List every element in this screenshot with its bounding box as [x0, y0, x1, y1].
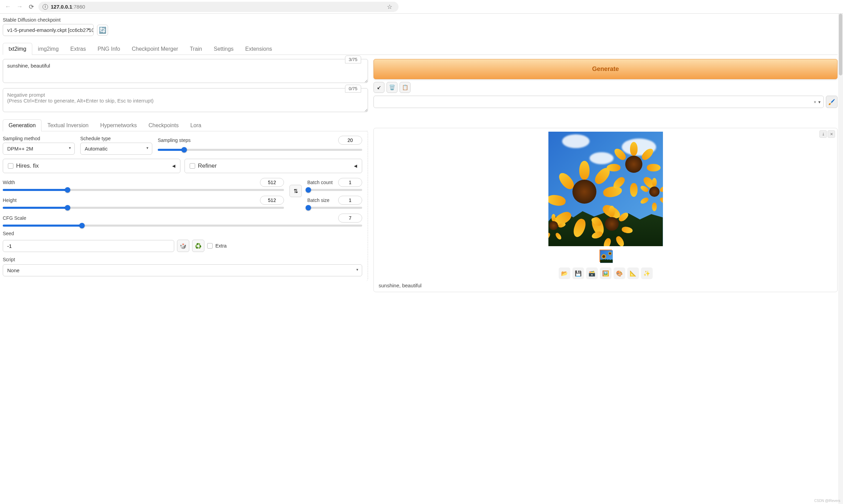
checkpoint-select[interactable]: v1-5-pruned-emaonly.ckpt [cc6cb27103 [3, 24, 94, 36]
sampling-steps-slider[interactable] [158, 149, 362, 151]
url-host: 127.0.0.1 [51, 4, 72, 10]
batch-count-label: Batch count [307, 180, 333, 185]
seed-label: Seed [3, 231, 14, 236]
tab-pnginfo[interactable]: PNG Info [92, 43, 126, 55]
tab-train[interactable]: Train [184, 43, 208, 55]
batch-count-input[interactable] [338, 178, 362, 187]
batch-count-slider[interactable] [307, 189, 362, 191]
clear-button[interactable]: 🗑️ [387, 82, 397, 93]
script-select[interactable]: None [3, 264, 362, 276]
main-tabs: txt2img img2img Extras PNG Info Checkpoi… [3, 43, 838, 55]
url-bar[interactable]: i 127.0.0.1:7860 ☆ [38, 2, 399, 12]
prompt-token-counter: 3/75 [345, 56, 361, 63]
seed-input[interactable] [3, 240, 174, 252]
output-image[interactable] [548, 132, 663, 246]
site-info-icon[interactable]: i [43, 4, 48, 10]
nav-reload-button[interactable]: ⟳ [27, 2, 36, 11]
seed-extra-label: Extra [215, 243, 227, 249]
neg-prompt-token-counter: 0/75 [345, 85, 361, 93]
output-panel: ⤓ ✕ [373, 128, 838, 292]
output-thumbnails [599, 250, 612, 262]
styles-select[interactable]: × ▾ [373, 96, 824, 108]
download-icon[interactable]: ⤓ [819, 130, 827, 138]
output-caption: sunshine, beautiful [377, 283, 422, 288]
paste-button[interactable]: 📋 [400, 82, 411, 93]
send-img2img-button[interactable]: 🖼️ [600, 267, 612, 279]
sampling-method-value: DPM++ 2M [7, 146, 33, 152]
checkpoint-section: Stable Diffusion checkpoint v1-5-pruned-… [3, 17, 838, 36]
cfg-slider[interactable] [3, 225, 362, 227]
width-slider[interactable] [3, 189, 284, 191]
chevron-down-icon: ▾ [818, 99, 821, 105]
subtab-textual-inversion[interactable]: Textual Inversion [41, 119, 94, 131]
checkpoint-refresh-button[interactable]: 🔄 [97, 25, 108, 36]
open-folder-button[interactable]: 📂 [559, 267, 570, 279]
sampling-method-select[interactable]: DPM++ 2M [3, 143, 75, 155]
generation-panel: Sampling method DPM++ 2M Schedule type A… [3, 131, 368, 281]
nav-back-button[interactable]: ← [3, 2, 12, 11]
enqueue-button[interactable]: ↙ [373, 82, 384, 93]
checkpoint-label: Stable Diffusion checkpoint [3, 17, 838, 23]
cfg-label: CFG Scale [3, 215, 26, 221]
output-thumbnail[interactable] [599, 250, 612, 262]
refiner-label: Refiner [198, 163, 217, 169]
styles-edit-button[interactable]: 🖌️ [826, 96, 838, 108]
subtab-checkpoints[interactable]: Checkpoints [143, 119, 185, 131]
prompt-container: 3/75 [3, 59, 368, 84]
seed-random-button[interactable]: 🎲 [177, 240, 189, 252]
swap-dimensions-button[interactable]: ⇅ [289, 185, 302, 197]
generate-button[interactable]: Generate [373, 59, 838, 79]
hires-fix-label: Hires. fix [16, 163, 39, 169]
tab-img2img[interactable]: img2img [32, 43, 64, 55]
chevron-left-icon: ◀ [354, 164, 357, 168]
cfg-input[interactable] [338, 214, 362, 223]
sampling-method-label: Sampling method [3, 136, 75, 141]
tab-extras[interactable]: Extras [64, 43, 92, 55]
browser-toolbar: ← → ⟳ i 127.0.0.1:7860 ☆ [0, 0, 843, 14]
checkpoint-value: v1-5-pruned-emaonly.ckpt [cc6cb27103 [7, 27, 94, 33]
chevron-left-icon: ◀ [172, 164, 175, 168]
save-zip-button[interactable]: 🗃️ [586, 267, 598, 279]
send-inpaint-button[interactable]: 🎨 [614, 267, 625, 279]
styles-clear-icon[interactable]: × [814, 99, 816, 105]
script-label: Script [3, 257, 15, 262]
seed-extra-checkbox[interactable] [207, 243, 213, 249]
width-label: Width [3, 180, 15, 185]
refiner-toggle[interactable]: Refiner ◀ [185, 159, 362, 173]
tab-checkpoint-merger[interactable]: Checkpoint Merger [126, 43, 184, 55]
width-input[interactable] [260, 178, 284, 187]
batch-size-label: Batch size [307, 197, 330, 203]
sampling-steps-input[interactable] [338, 136, 362, 145]
schedule-type-label: Schedule type [80, 136, 152, 141]
hires-fix-checkbox[interactable] [8, 163, 13, 169]
tab-settings[interactable]: Settings [208, 43, 239, 55]
sampling-steps-label: Sampling steps [158, 137, 191, 143]
schedule-type-select[interactable]: Automatic [80, 143, 152, 155]
tab-extensions[interactable]: Extensions [239, 43, 278, 55]
prompt-input[interactable] [3, 59, 368, 83]
subtab-lora[interactable]: Lora [185, 119, 207, 131]
batch-size-slider[interactable] [307, 207, 362, 209]
height-slider[interactable] [3, 207, 284, 209]
height-input[interactable] [260, 196, 284, 205]
subtab-generation[interactable]: Generation [3, 119, 41, 131]
url-text: 127.0.0.1:7860 [51, 4, 85, 10]
seed-reuse-button[interactable]: ♻️ [192, 240, 204, 252]
subtab-hypernetworks[interactable]: Hypernetworks [94, 119, 143, 131]
url-port: :7860 [72, 4, 85, 10]
close-icon[interactable]: ✕ [828, 130, 835, 138]
refiner-checkbox[interactable] [190, 163, 195, 169]
tab-txt2img[interactable]: txt2img [3, 43, 32, 55]
upscale-button[interactable]: ✨ [641, 267, 653, 279]
hires-fix-toggle[interactable]: Hires. fix ◀ [3, 159, 180, 173]
neg-prompt-input[interactable] [3, 88, 368, 112]
schedule-type-value: Automatic [85, 146, 108, 152]
send-extras-button[interactable]: 📐 [627, 267, 639, 279]
height-label: Height [3, 197, 16, 203]
nav-forward-button[interactable]: → [15, 2, 24, 11]
sub-tabs: Generation Textual Inversion Hypernetwor… [3, 119, 368, 131]
script-value: None [7, 267, 20, 273]
bookmark-star-button[interactable]: ☆ [385, 3, 394, 11]
save-button[interactable]: 💾 [572, 267, 584, 279]
batch-size-input[interactable] [338, 196, 362, 205]
